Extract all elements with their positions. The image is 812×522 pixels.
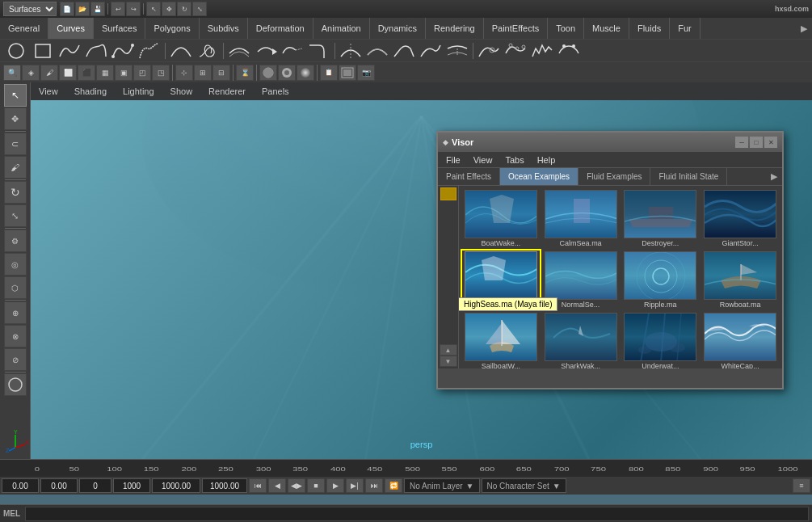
pb-stop[interactable]: ■	[307, 478, 325, 493]
show-manip[interactable]: ⚙	[4, 229, 27, 252]
visor-item-boatwake[interactable]: BoatWake...	[462, 189, 540, 248]
cut-tool[interactable]	[338, 41, 364, 61]
pb-loop[interactable]: 🔁	[385, 478, 402, 493]
pb-step-fwd[interactable]: ⏭	[365, 478, 383, 493]
visor-tab-painteffects[interactable]: Paint Effects	[438, 168, 500, 185]
align-tool[interactable]	[444, 41, 470, 61]
visor-minimize-btn[interactable]: ─	[735, 137, 748, 148]
scale-icon[interactable]: ⤡	[192, 2, 207, 16]
visor-help-menu[interactable]: Help	[531, 152, 562, 168]
visor-folder[interactable]	[440, 187, 456, 200]
shading-menu[interactable]: Shading	[66, 82, 115, 100]
fit-tool[interactable]	[529, 41, 555, 61]
visor-tab-fluid[interactable]: Fluid Examples	[578, 168, 650, 185]
tab-animation[interactable]: Animation	[313, 18, 370, 39]
tb2-render2[interactable]	[278, 65, 296, 81]
visor-tab-ocean[interactable]: Ocean Examples	[500, 168, 578, 185]
circle-tool[interactable]	[3, 41, 29, 61]
visor-item-destroyer[interactable]: Destroyer...	[622, 189, 700, 248]
frame-number-field[interactable]	[79, 478, 111, 493]
show-menu[interactable]: Show	[162, 82, 201, 100]
joint[interactable]: ⊗	[4, 325, 27, 347]
circle-tool-lt[interactable]	[4, 373, 27, 396]
tb2-snap2[interactable]: ⊞	[194, 65, 212, 81]
visor-file-menu[interactable]: File	[440, 152, 467, 168]
select-tool[interactable]: ↖	[4, 84, 27, 107]
rebuild-tool[interactable]	[503, 41, 528, 61]
bezier-tool[interactable]	[110, 41, 136, 61]
tb2-b6[interactable]: ◳	[152, 65, 170, 81]
lighting-menu[interactable]: Lighting	[115, 82, 162, 100]
tb2-render3[interactable]	[297, 65, 314, 81]
anim-layer-dropdown[interactable]: No Anim Layer ▼	[404, 478, 480, 493]
tab-painteffects[interactable]: PaintEffects	[484, 18, 549, 39]
visor-tab-scroll[interactable]: ▶	[766, 168, 782, 185]
fillet-tool[interactable]	[306, 41, 332, 61]
tb2-b1[interactable]: ⬜	[59, 65, 77, 81]
lasso-tool[interactable]: ⊂	[4, 133, 27, 155]
ik-handle[interactable]: ⊘	[4, 348, 27, 371]
undo-icon[interactable]: ↩	[111, 2, 125, 16]
ep-curve-tool[interactable]	[83, 41, 109, 61]
tb2-cam[interactable]: 📷	[357, 65, 375, 81]
tab-fluids[interactable]: Fluids	[629, 18, 670, 39]
tab-surfaces[interactable]: Surfaces	[94, 18, 145, 39]
visor-close-btn[interactable]: ✕	[764, 137, 777, 148]
move-tool[interactable]: ✥	[4, 107, 27, 130]
tb2-select[interactable]: 🔍	[3, 65, 21, 81]
tb2-hist[interactable]: ⌛	[236, 65, 254, 81]
visor-item-rowboat[interactable]: Rowboat.ma	[701, 250, 779, 309]
sculpt[interactable]: ⬡	[4, 276, 27, 299]
tab-general[interactable]: General	[0, 18, 48, 39]
addpt-tool[interactable]: +	[476, 41, 502, 61]
scale-tool[interactable]: ⤡	[4, 204, 27, 227]
smooth-tool[interactable]	[556, 41, 582, 61]
visor-view-menu[interactable]: View	[467, 152, 499, 168]
visor-item-sailboat[interactable]: SailboatW...	[462, 312, 540, 368]
reverse-tool[interactable]	[253, 41, 279, 61]
visor-item-highseas[interactable]: HighSeas.ma (Maya file) HighSeas...	[462, 250, 540, 309]
tab-dynamics[interactable]: Dynamics	[370, 18, 426, 39]
visor-scroll-down[interactable]: ▼	[440, 356, 457, 367]
frame-field[interactable]	[40, 478, 78, 493]
visor-titlebar[interactable]: ◆ Visor ─ □ ✕	[438, 133, 782, 152]
tb2-b3[interactable]: ▦	[96, 65, 114, 81]
tb2-b5[interactable]: ◰	[133, 65, 151, 81]
paint-tool[interactable]: 🖌	[4, 156, 27, 179]
rotate-tool[interactable]: ↻	[4, 181, 27, 204]
helix-tool[interactable]	[195, 41, 221, 61]
visor-tab-fluidstate[interactable]: Fluid Initial State	[650, 168, 727, 185]
visor-item-giantstorm[interactable]: GiantStor...	[701, 189, 779, 248]
panels-menu[interactable]: Panels	[254, 82, 297, 100]
end-time-field[interactable]	[113, 478, 150, 493]
tab-polygons[interactable]: Polygons	[145, 18, 199, 39]
tab-muscle[interactable]: Muscle	[584, 18, 629, 39]
save-icon[interactable]: 💾	[90, 2, 105, 16]
tab-toon[interactable]: Toon	[548, 18, 584, 39]
move-icon[interactable]: ✥	[162, 2, 176, 16]
tb2-visor[interactable]: 📋	[320, 65, 338, 81]
open-icon[interactable]: 📂	[75, 2, 90, 16]
visor-item-whitecap[interactable]: WhiteCap...	[701, 312, 779, 368]
rotate-icon[interactable]: ↻	[177, 2, 191, 16]
pb-extra-btn[interactable]: ≡	[793, 478, 810, 493]
tb2-render-btn[interactable]	[339, 65, 356, 81]
renderer-menu[interactable]: Renderer	[200, 82, 254, 100]
tab-rendering[interactable]: Rendering	[426, 18, 484, 39]
tab-deformation[interactable]: Deformation	[248, 18, 313, 39]
tab-fur[interactable]: Fur	[670, 18, 701, 39]
soft-mod[interactable]: ◎	[4, 253, 27, 276]
cluster[interactable]: ⊕	[4, 301, 27, 324]
extend-tool[interactable]	[280, 41, 305, 61]
detach-tool[interactable]	[418, 41, 444, 61]
tab-curves[interactable]: Curves	[48, 18, 94, 39]
tab-subdivs[interactable]: Subdivs	[200, 18, 248, 39]
view-menu[interactable]: View	[31, 82, 66, 100]
attach-tool[interactable]	[391, 41, 417, 61]
pb-play-back[interactable]: ◀▶	[288, 478, 305, 493]
tb2-b2[interactable]: ⬛	[78, 65, 95, 81]
pb-prev-frame[interactable]: ◀	[268, 478, 286, 493]
arc-tool[interactable]	[168, 41, 194, 61]
new-icon[interactable]: 📄	[60, 2, 74, 16]
visor-maximize-btn[interactable]: □	[750, 137, 763, 148]
